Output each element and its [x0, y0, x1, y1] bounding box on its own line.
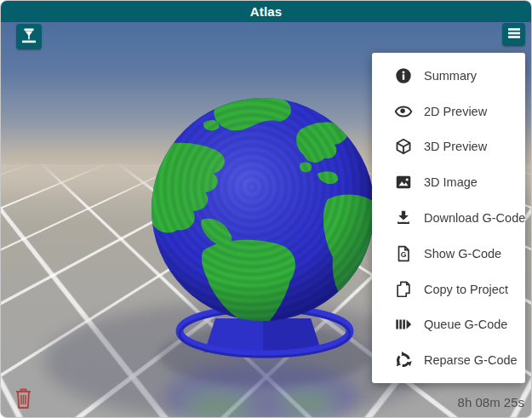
menu-item-queue-gcode[interactable]: Queue G-Code [372, 306, 525, 342]
menu-item-label: Summary [424, 69, 477, 83]
menu-item-copy-to-project[interactable]: Copy to Project [372, 272, 525, 307]
menu-item-label: 3D Preview [424, 140, 487, 153]
print-file-button[interactable] [16, 24, 42, 49]
cube-icon [394, 137, 413, 156]
menu-item-summary[interactable]: Summary [372, 58, 525, 94]
file-title: Atlas [250, 4, 283, 19]
menu-item-label: Show G-Code [424, 247, 501, 261]
delete-file-button[interactable] [14, 388, 32, 409]
menu-item-3d-preview[interactable]: 3D Preview [372, 129, 525, 165]
download-icon [394, 209, 413, 227]
gcode-file-icon: G [394, 244, 413, 263]
menu-item-show-gcode[interactable]: G Show G-Code [372, 236, 525, 272]
menu-item-3d-image[interactable]: 3D Image [372, 164, 525, 200]
copy-icon [394, 280, 413, 299]
menu-item-reparse-gcode[interactable]: Reparse G-Code [372, 342, 525, 378]
menu-item-label: Copy to Project [424, 283, 508, 296]
gcode-file-card: Atlas [0, 0, 532, 418]
file-actions-menu: Summary 2D Preview 3D Preview [372, 53, 525, 383]
eye-icon [394, 102, 413, 121]
print-time-label: 8h 08m 25s [458, 395, 524, 409]
recycle-icon [394, 351, 413, 369]
hamburger-icon [506, 26, 522, 43]
trash-icon [14, 398, 32, 412]
info-icon [394, 66, 413, 85]
menu-item-label: Queue G-Code [424, 318, 507, 331]
menu-item-download-gcode[interactable]: Download G-Code [372, 200, 525, 236]
menu-item-label: 3D Image [424, 175, 478, 189]
panel-header: Atlas [1, 1, 531, 22]
menu-item-2d-preview[interactable]: 2D Preview [372, 94, 525, 129]
image-icon [394, 173, 413, 192]
svg-text:G: G [401, 250, 407, 259]
menu-item-label: Reparse G-Code [424, 353, 518, 367]
menu-item-label: 2D Preview [424, 105, 487, 118]
menu-item-label: Download G-Code [424, 211, 525, 225]
file-menu-button[interactable] [502, 23, 525, 46]
queue-icon [394, 315, 413, 334]
extruder-icon [19, 26, 39, 49]
